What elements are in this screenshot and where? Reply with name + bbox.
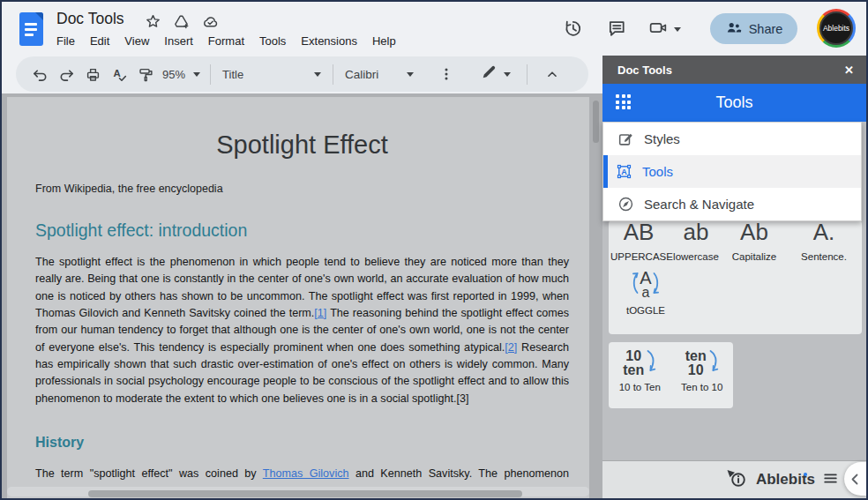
Ten-to-ten-button[interactable]: ten 10 Ten to 10 [671,349,734,392]
hamburger-menu-icon[interactable] [823,471,838,489]
menu-edit[interactable]: Edit [90,34,109,48]
doc-tools-sidebar: Doc Tools ✕ Tools Styles [602,56,866,498]
top-bar: Doc Tools File Edit [2,2,866,56]
paragraph-style-select[interactable]: Title [222,68,321,81]
apps-grid-icon[interactable] [616,94,632,111]
ablebits-logo-icon [725,467,748,492]
close-icon[interactable]: ✕ [844,64,854,76]
doc-byline: From Wikipedia, the free encyclopedia [35,183,569,195]
capitalize-button[interactable]: Ab Capitalize [725,220,783,262]
change-case-card: AB UPPERCASE ab lowercase Ab Capitalize … [609,220,862,334]
hide-menus-button[interactable] [539,61,565,87]
lowercase-glyph: ab [667,220,725,245]
curved-arrow-left-icon [630,270,639,300]
sidebar-section-title: Tools [602,93,866,112]
uppercase-button[interactable]: AB UPPERCASE [610,220,667,262]
share-people-icon [725,19,742,38]
spellcheck-button[interactable]: A [106,61,132,87]
paint-format-button[interactable] [132,61,159,87]
sentence-glyph: A. [783,220,862,245]
sentence-case-button[interactable]: A. Sentence. [783,220,862,262]
pen-icon [481,64,497,84]
doc-history-heading: History [35,435,569,451]
zoom-value: 95% [162,68,185,81]
doc-link[interactable]: [1] [314,307,326,319]
menu-tools[interactable]: Tools [259,34,286,48]
toolbar-divider [527,64,528,85]
meet-video-control[interactable] [648,19,681,41]
doc-intro-paragraph: The spotlight effect is the phenomenon i… [35,254,569,407]
menu-view[interactable]: View [124,34,149,48]
doc-history-paragraph: The term "spotlight effect" was coined b… [35,466,569,482]
cloud-saved-icon[interactable] [201,13,220,34]
font-select[interactable]: Calibri [345,68,414,81]
chevron-left-icon [851,474,858,485]
drive-shortcut-icon[interactable] [173,13,190,34]
star-icon[interactable] [145,13,161,34]
chevron-down-icon [407,72,414,77]
capitalize-glyph: Ab [725,220,783,245]
document-canvas: Spotlight Effect From Wikipedia, the fre… [2,93,602,498]
curved-arrow-down-icon [646,349,656,377]
sidebar-header: Doc Tools ✕ [602,56,866,84]
svg-text:A: A [113,67,120,78]
menu-insert[interactable]: Insert [164,34,193,48]
sidebar-title: Doc Tools [617,63,672,77]
vertical-scrollbar-thumb[interactable] [593,101,599,143]
uppercase-glyph: AB [610,220,667,245]
menu-bar: File Edit View Insert Format Tools Exten… [56,34,396,48]
account-avatar[interactable]: Ablebits [817,9,856,48]
share-label: Share [749,22,783,36]
curved-arrow-right-icon [653,270,662,300]
video-camera-icon [648,19,669,41]
number-conversion-card: 10 ten 10 to Ten [609,342,733,408]
print-button[interactable] [79,61,106,87]
ablebits-brand-label[interactable]: Ablebits [756,471,815,489]
sidebar-footer: Ablebits [602,460,866,498]
brand-i-dot [804,473,807,476]
redo-button[interactable] [53,61,79,87]
curved-arrow-down-icon [708,349,719,377]
toolbar-divider [333,64,333,85]
style-value: Title [222,68,243,81]
chevron-down-icon [193,72,200,77]
undo-button[interactable] [26,61,53,87]
more-options-button[interactable] [433,61,460,87]
horizontal-scrollbar-thumb[interactable] [88,490,522,497]
doc-link[interactable]: Thomas Gilovich [263,467,349,480]
chevron-down-icon [674,27,681,32]
menu-file[interactable]: File [56,34,75,48]
menu-item-search-navigate[interactable]: Search & Navigate [603,188,861,220]
doc-link[interactable]: [2] [505,341,517,354]
editing-mode-select[interactable] [481,64,511,84]
font-value: Calibri [345,68,378,81]
comment-icon[interactable] [607,19,626,41]
menu-item-label: Search & Navigate [644,197,754,212]
menu-extensions[interactable]: Extensions [301,34,357,48]
formatting-toolbar: A 95% Title Calibri [16,56,588,92]
share-button[interactable]: Share [710,13,797,44]
toggle-case-button[interactable]: A a tOGGLE [617,269,674,316]
styles-icon [617,131,634,147]
menu-format[interactable]: Format [208,34,244,48]
compass-icon [617,196,634,213]
docs-logo-fold [35,12,43,20]
toolbar-divider [210,64,211,85]
google-docs-logo-icon[interactable] [19,12,43,46]
chevron-down-icon [314,72,321,77]
app-window: Doc Tools File Edit [0,0,868,500]
tools-frame-icon: A [615,163,632,180]
version-history-icon[interactable] [563,19,583,42]
doc-heading-title: Spotlight Effect [35,131,569,160]
document-page[interactable]: Spotlight Effect From Wikipedia, the fre… [7,97,589,498]
ten-to-Ten-button[interactable]: 10 ten 10 to Ten [609,349,671,392]
menu-help[interactable]: Help [372,34,396,48]
svg-text:A: A [621,168,627,176]
menu-item-styles[interactable]: Styles [603,123,861,155]
lowercase-button[interactable]: ab lowercase [667,220,725,262]
document-title[interactable]: Doc Tools [56,10,124,28]
zoom-select[interactable]: 95% [162,68,200,81]
menu-item-tools[interactable]: A Tools [603,155,861,188]
menu-item-label: Tools [642,164,673,179]
chevron-down-icon [504,72,511,77]
